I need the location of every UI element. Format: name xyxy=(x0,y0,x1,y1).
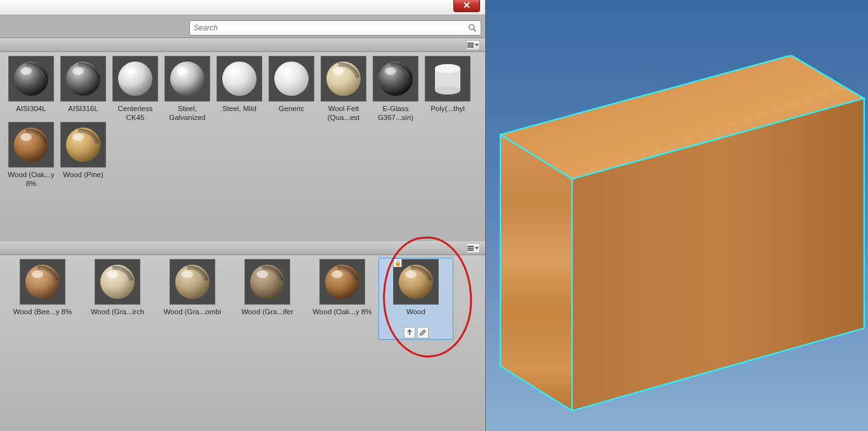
svg-point-28 xyxy=(385,67,396,75)
material-item[interactable]: Wood (Pine) xyxy=(57,122,109,188)
material-item[interactable]: E-Glass G367...sin) xyxy=(370,56,422,122)
material-swatch[interactable] xyxy=(244,259,290,305)
rendered-wood-block[interactable] xyxy=(497,55,865,411)
close-button[interactable] xyxy=(453,0,480,12)
material-item[interactable]: Generic xyxy=(265,56,317,122)
material-label: Wood xyxy=(406,307,425,325)
svg-point-24 xyxy=(326,62,361,96)
material-item[interactable]: Steel, Galvanized xyxy=(161,56,213,122)
svg-point-48 xyxy=(182,270,193,278)
search-row xyxy=(0,18,485,38)
chevron-down-icon xyxy=(475,247,479,249)
svg-point-44 xyxy=(100,265,135,299)
svg-point-57 xyxy=(405,270,417,278)
material-item[interactable]: Wood (Oak...y 8% xyxy=(305,259,380,338)
chevron-down-icon xyxy=(475,44,479,46)
material-swatch[interactable] xyxy=(60,56,106,102)
material-item[interactable]: 🔒Wood xyxy=(378,258,453,340)
material-item[interactable]: Wood (Gra...irch xyxy=(80,259,155,338)
material-item[interactable]: Wool Felt (Qua...est xyxy=(317,56,370,122)
material-label: Generic xyxy=(279,104,304,122)
search-input[interactable] xyxy=(194,23,468,32)
material-item[interactable]: Centerless CK45 xyxy=(109,56,161,122)
material-library-grid[interactable]: AISI304L AISI316L Centerless CK45 xyxy=(0,52,485,241)
search-icon[interactable] xyxy=(468,23,477,32)
material-item[interactable]: AISI316L xyxy=(57,56,109,122)
material-swatch[interactable] xyxy=(319,259,365,305)
svg-point-36 xyxy=(20,133,32,141)
svg-point-54 xyxy=(331,270,343,278)
close-icon xyxy=(464,2,470,8)
material-swatch[interactable] xyxy=(20,259,65,305)
svg-point-35 xyxy=(14,128,48,162)
svg-point-12 xyxy=(118,62,152,96)
svg-marker-1 xyxy=(500,135,572,411)
material-label: Wood (Bee...y 8% xyxy=(13,307,72,325)
material-label: Centerless CK45 xyxy=(109,104,161,122)
svg-point-39 xyxy=(72,133,84,141)
material-label: Wool Felt (Qua...est xyxy=(317,104,370,122)
material-swatch[interactable] xyxy=(8,122,54,168)
material-item[interactable]: Wood (Oak...y 8% xyxy=(5,122,57,188)
svg-point-18 xyxy=(222,62,257,96)
view-mode-button[interactable] xyxy=(466,243,480,253)
svg-point-56 xyxy=(399,265,433,299)
svg-point-27 xyxy=(378,62,413,96)
svg-point-50 xyxy=(250,265,284,299)
material-swatch[interactable] xyxy=(373,56,418,102)
material-swatch[interactable] xyxy=(112,56,158,102)
material-item[interactable]: Poly(...thyl xyxy=(422,56,474,122)
list-icon xyxy=(467,43,474,48)
material-item[interactable]: AISI304L xyxy=(5,56,57,122)
material-label: Steel, Galvanized xyxy=(161,104,213,122)
svg-point-51 xyxy=(257,270,268,278)
search-box[interactable] xyxy=(189,20,481,36)
material-label: Wood (Oak...y 8% xyxy=(5,170,57,188)
material-label: Steel, Mild xyxy=(222,104,257,122)
material-swatch[interactable] xyxy=(8,56,54,102)
svg-point-53 xyxy=(325,265,359,299)
panel-titlebar[interactable] xyxy=(0,0,485,15)
material-swatch[interactable] xyxy=(217,56,262,102)
bottom-grid-toolbar xyxy=(0,241,485,255)
material-swatch[interactable] xyxy=(425,56,471,102)
svg-point-22 xyxy=(281,67,292,75)
material-action-icons xyxy=(404,327,429,338)
material-label: E-Glass G367...sin) xyxy=(370,104,422,122)
svg-point-41 xyxy=(25,265,60,299)
edit-icon[interactable] xyxy=(417,327,429,338)
svg-point-6 xyxy=(14,62,48,96)
material-swatch[interactable] xyxy=(95,259,140,305)
material-label: Wood (Gra...ifer xyxy=(241,307,293,325)
svg-point-45 xyxy=(107,270,118,278)
svg-point-19 xyxy=(229,67,240,75)
material-label: Wood (Gra...irch xyxy=(91,307,144,325)
svg-point-13 xyxy=(124,67,136,75)
view-mode-button[interactable] xyxy=(466,40,480,50)
top-grid-toolbar xyxy=(0,38,485,52)
svg-point-9 xyxy=(66,62,100,96)
update-icon[interactable] xyxy=(404,327,415,338)
svg-point-3 xyxy=(469,24,474,29)
lock-icon: 🔒 xyxy=(393,258,402,267)
svg-point-33 xyxy=(435,64,460,73)
material-item[interactable]: Steel, Mild xyxy=(213,56,265,122)
material-swatch[interactable] xyxy=(60,122,106,168)
material-item[interactable]: Wood (Gra...ifer xyxy=(230,259,305,338)
material-item[interactable]: Wood (Bee...y 8% xyxy=(5,259,80,338)
svg-point-10 xyxy=(72,67,84,75)
material-swatch[interactable] xyxy=(321,56,366,102)
document-materials-grid[interactable]: Wood (Bee...y 8% Wood (Gra...irch xyxy=(0,255,485,431)
material-item[interactable]: Wood (Gra...ombi xyxy=(155,259,230,338)
svg-point-42 xyxy=(32,270,43,278)
svg-point-7 xyxy=(20,67,32,75)
svg-point-15 xyxy=(170,62,204,96)
svg-point-16 xyxy=(177,67,188,75)
material-swatch[interactable] xyxy=(269,56,314,102)
material-label: AISI304L xyxy=(16,104,46,122)
svg-point-47 xyxy=(175,265,210,299)
material-swatch[interactable] xyxy=(170,259,215,305)
svg-line-4 xyxy=(474,29,476,31)
material-browser-panel: AISI304L AISI316L Centerless CK45 xyxy=(0,0,486,431)
material-swatch[interactable] xyxy=(164,56,210,102)
